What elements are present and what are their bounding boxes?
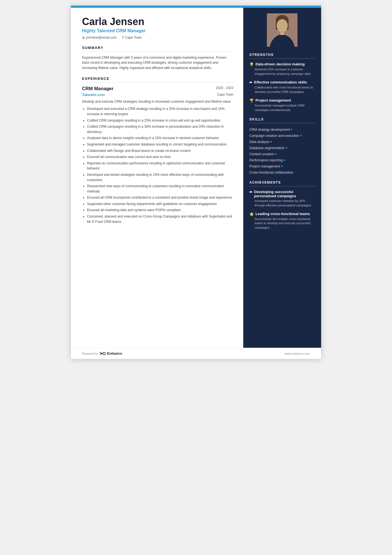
- photo-container: [249, 13, 315, 47]
- profile-photo: [267, 13, 297, 47]
- achievement-item-1: ✏ Developing successful personalized cam…: [249, 190, 315, 208]
- experience-section-title: EXPERIENCE: [82, 77, 234, 81]
- strength-title-2: ✏ Effective communication skills: [249, 80, 315, 85]
- strength-title-1: 💡 Data-driven decision making: [249, 62, 315, 66]
- skill-6: Performance reporting: [249, 157, 315, 163]
- exp-dates: 2020 - 2022: [216, 86, 234, 90]
- strength-icon-1: 💡: [249, 62, 254, 66]
- bullet-10: Researched new ways of communicating to …: [87, 184, 234, 194]
- skill-7: Project management: [249, 163, 315, 169]
- exp-location: Cape Town: [217, 93, 234, 97]
- bullet-3: Crafted CRM campaigns resulting in a 30%…: [87, 124, 234, 134]
- right-column: STRENGTHS 💡 Data-driven decision making …: [243, 8, 321, 348]
- bullet-7: Ensured all communication was correct an…: [87, 154, 234, 160]
- exp-header-row: CRM Manager 2020 - 2022: [82, 86, 234, 92]
- skill-dot-5: [275, 153, 276, 155]
- full-name: Carla Jensen: [82, 16, 234, 27]
- skills-section-title: SKILLS: [249, 117, 315, 121]
- svg-rect-6: [280, 31, 284, 35]
- exp-description: Develop and execute CRM strategies resul…: [82, 99, 234, 104]
- top-accent-bar: [71, 6, 321, 8]
- footer-logo: Enhancv: [100, 351, 122, 356]
- location-icon: ⚲: [122, 36, 124, 39]
- achievement-icon-1: ✏: [249, 190, 252, 194]
- summary-text: Experienced CRM Manager with 5 years of …: [82, 55, 234, 71]
- achievement-title-2: ⭐ Leading cross-functional teams: [249, 212, 315, 216]
- email-text: johndoe@email.com: [86, 36, 117, 40]
- summary-section-title: SUMMARY: [82, 46, 234, 50]
- strength-title-3: 🏆 Project management: [249, 98, 315, 103]
- footer-brand-name: Enhancv: [107, 351, 122, 356]
- bullet-6: Collaborated with Design and Brand teams…: [87, 148, 234, 154]
- bullet-4: Analysed data to derive insights resulti…: [87, 135, 234, 141]
- bullet-12: Supported other customer-facing departme…: [87, 201, 234, 207]
- name-section: Carla Jensen Highly Talented CRM Manager…: [82, 16, 234, 40]
- achievement-item-2: ⭐ Leading cross-functional teams Success…: [249, 212, 315, 230]
- strength-item-1: 💡 Data-driven decision making Achieved 2…: [249, 62, 315, 76]
- experience-divider: [82, 82, 234, 83]
- location-text: Cape Town: [125, 36, 142, 40]
- bullet-5: Segmented and managed customer database …: [87, 142, 234, 147]
- bullet-13: Ensured all marketing data and systems w…: [87, 208, 234, 213]
- footer-left: Powered by Enhancv: [82, 351, 122, 356]
- contact-info: @ johndoe@email.com ⚲ Cape Town: [82, 36, 234, 40]
- exp-subheader-row: Takealot.com Cape Town: [82, 93, 234, 97]
- bullet-9: Developed and tested strategies resultin…: [87, 172, 234, 182]
- skill-8: Cross-functional collaboration: [249, 169, 315, 176]
- strength-item-2: ✏ Effective communication skills Collabo…: [249, 80, 315, 94]
- powered-by-label: Powered by: [82, 352, 98, 355]
- email-icon: @: [82, 36, 85, 39]
- skill-dot-4: [286, 147, 287, 149]
- bullet-2: Crafted CRM campaigns resulting in a 25%…: [87, 118, 234, 123]
- job-title: Highly Talented CRM Manager: [82, 28, 234, 33]
- achievement-desc-2: Successfully led multiple cross-function…: [255, 217, 315, 230]
- achievements-divider: [249, 186, 315, 186]
- strengths-section-title: STRENGTHS: [249, 53, 315, 57]
- summary-divider: [82, 51, 234, 52]
- exp-job-title: CRM Manager: [82, 86, 113, 92]
- skill-dot-7: [281, 166, 283, 167]
- main-content: Carla Jensen Highly Talented CRM Manager…: [71, 8, 321, 348]
- strength-desc-3: Successfully managed multiple CRM campai…: [255, 103, 315, 112]
- footer-url: www.enhancv.com: [285, 352, 310, 355]
- exp-bullets-list: Developed and executed a CRM strategy re…: [82, 106, 234, 224]
- svg-point-5: [277, 19, 288, 32]
- email-contact: @ johndoe@email.com: [82, 36, 117, 40]
- strength-desc-2: Collaborated with cross-functional teams…: [255, 85, 315, 94]
- footer: Powered by Enhancv www.enhancv.com: [71, 348, 321, 359]
- strength-desc-1: Achieved 25% increase in customer engage…: [255, 67, 315, 76]
- bullet-1: Developed and executed a CRM strategy re…: [87, 106, 234, 117]
- skill-4: Database segmentation: [249, 145, 315, 151]
- bullet-8: Reported on communication performance re…: [87, 161, 234, 171]
- strengths-divider: [249, 58, 315, 59]
- skill-dot-1: [291, 129, 292, 130]
- location-contact: ⚲ Cape Town: [122, 36, 142, 40]
- skill-2: Campaign creation and execution: [249, 133, 315, 139]
- achievement-icon-2: ⭐: [249, 212, 254, 216]
- skill-dot-2: [300, 135, 302, 136]
- bullet-14: Conceived, planned and executed on Cross…: [87, 214, 234, 224]
- skill-dot-6: [284, 159, 285, 161]
- bullet-11: Ensured all CRM touchpoints contributed …: [87, 195, 234, 200]
- skill-1: CRM strategy development: [249, 127, 315, 133]
- achievement-title-1: ✏ Developing successful personalized cam…: [249, 190, 315, 198]
- strength-icon-2: ✏: [249, 80, 252, 85]
- strength-item-3: 🏆 Project management Successfully manage…: [249, 98, 315, 112]
- achievements-section-title: ACHIEVEMENTS: [249, 181, 315, 184]
- skill-3: Data analysis: [249, 139, 315, 145]
- achievement-desc-1: Increased customer retention by 20% thro…: [255, 199, 315, 208]
- left-column: Carla Jensen Highly Talented CRM Manager…: [71, 8, 243, 348]
- skill-dot-3: [271, 141, 272, 142]
- resume-container: Carla Jensen Highly Talented CRM Manager…: [71, 6, 321, 359]
- skills-divider: [249, 123, 315, 123]
- exp-company: Takealot.com: [82, 93, 105, 97]
- skill-5: Content creation: [249, 151, 315, 157]
- strength-icon-3: 🏆: [249, 98, 254, 103]
